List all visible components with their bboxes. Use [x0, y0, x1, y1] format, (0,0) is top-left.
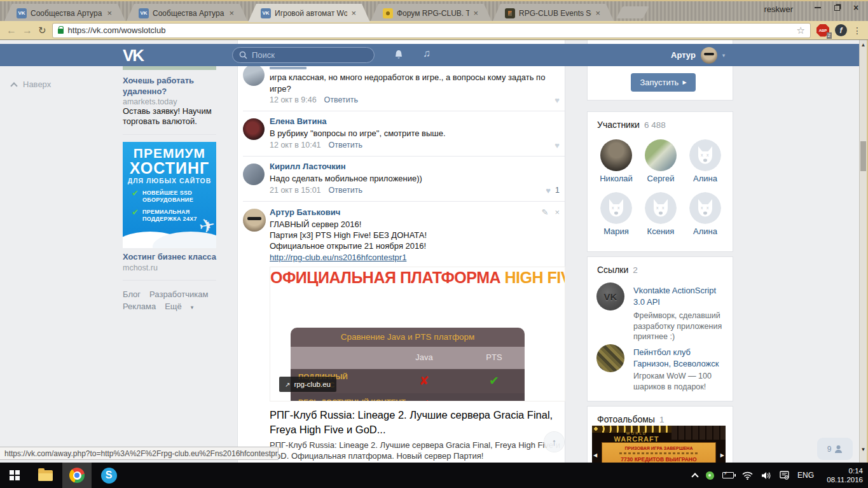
scroll-to-top-button[interactable]: ↑ — [544, 432, 564, 452]
footer-link-developers[interactable]: Разработчикам — [149, 289, 208, 299]
address-bar[interactable]: https://vk.com/wowslotclub ☆ — [52, 23, 811, 38]
post-attached-image[interactable]: ОФИЦИАЛЬНАЯ ПЛАТФОРМА HIGH FIVE Сравнени… — [270, 267, 565, 401]
tray-chevron-up-icon[interactable] — [691, 473, 698, 480]
extension-f-button[interactable]: f — [835, 24, 847, 36]
post-link[interactable]: http://rpg-club.eu/ns2016hfcontestpr1 — [270, 252, 553, 263]
links-title[interactable]: Ссылки2 — [597, 265, 638, 275]
music-icon[interactable]: ♫ — [423, 48, 431, 59]
clock[interactable]: 0:14 08.11.2016 — [822, 466, 863, 484]
browser-tab-1[interactable]: VK Сообщества Артура Бат × — [4, 4, 126, 22]
comment-author-avatar[interactable] — [243, 64, 265, 86]
member-avatar-placeholder[interactable]: xx — [645, 192, 677, 224]
browser-tab-3-active[interactable]: VK Игровой автомат World × — [248, 4, 370, 22]
member-name-link[interactable]: Алина — [683, 227, 727, 236]
link-preview-title[interactable]: РПГ-Клуб Russia: Lineage 2. Лучшие серве… — [270, 408, 563, 437]
hosting-ad-banner[interactable]: ПРЕМИУМ ХОСТИНГ ДЛЯ ЛЮБЫХ САЙТОВ ✔ НОВЕЙ… — [123, 142, 216, 248]
language-indicator[interactable]: ENG — [797, 471, 814, 480]
reply-link[interactable]: Ответить — [329, 141, 362, 150]
member-name-link[interactable]: Мария — [594, 227, 638, 236]
header-user-menu[interactable]: Артур ▾ — [671, 44, 725, 66]
carousel-right-icon[interactable]: ▶ — [720, 452, 724, 458]
window-close-button[interactable]: × — [848, 3, 864, 13]
browser-tab-5[interactable]: RPG-CLUB Events Screen × — [492, 4, 614, 22]
new-tab-button[interactable] — [616, 6, 649, 18]
notifications-bell-icon[interactable] — [394, 50, 404, 60]
album-thumbnail[interactable]: WORLD WARCRAFT ПРИЗОВАЯ ИГРА ЗАВЕРШЕНА 7… — [592, 426, 726, 463]
edit-pencil-icon[interactable]: ✎ — [542, 207, 549, 217]
albums-title[interactable]: Фотоальбомы1 — [597, 414, 664, 424]
forward-button[interactable]: → — [22, 25, 32, 36]
wifi-icon[interactable] — [742, 471, 753, 480]
antivirus-tray-icon[interactable] — [706, 471, 714, 480]
tab-close-icon[interactable]: × — [351, 9, 356, 17]
like-heart-icon[interactable]: ♥ — [555, 141, 560, 150]
bookmark-star-icon[interactable]: ☆ — [797, 25, 805, 36]
member-avatar-placeholder[interactable]: xx — [689, 192, 721, 224]
comment-date[interactable]: 21 окт в 15:01 — [270, 186, 321, 195]
tab-close-icon[interactable]: × — [595, 9, 600, 17]
source-domain-badge[interactable]: ↗ rpg-club.eu — [279, 377, 336, 392]
delete-x-icon[interactable]: × — [555, 207, 560, 217]
back-button[interactable]: ← — [6, 25, 17, 36]
action-center-icon[interactable] — [780, 471, 789, 480]
tab-close-icon[interactable]: × — [473, 9, 478, 17]
footer-link-ads[interactable]: Реклама — [123, 302, 156, 311]
search-box[interactable] — [232, 47, 375, 63]
comment-author-avatar[interactable] — [243, 164, 265, 185]
footer-link-more[interactable]: Ещё — [165, 302, 182, 311]
comment-date[interactable]: 12 окт в 9:46 — [270, 95, 317, 104]
footer-link-blog[interactable]: Блог — [123, 289, 141, 299]
tab-close-icon[interactable]: × — [107, 9, 112, 17]
comment-author-avatar[interactable] — [243, 118, 265, 140]
url-text[interactable]: https://vk.com/wowslotclub — [68, 25, 166, 35]
member-name-link[interactable]: Николай — [594, 174, 638, 183]
member-avatar[interactable] — [645, 139, 677, 171]
battery-icon[interactable] — [722, 472, 734, 478]
start-button[interactable] — [0, 463, 29, 488]
link-item-icon[interactable] — [596, 344, 624, 372]
browser-tab-2[interactable]: VK Сообщества Артура Бат × — [126, 4, 248, 22]
member-avatar-placeholder[interactable]: xx — [689, 139, 721, 171]
reload-button[interactable]: ↻ — [38, 25, 46, 35]
like-heart-icon[interactable]: ♥ — [555, 95, 560, 105]
carousel-left-icon[interactable]: ◀ — [593, 452, 597, 458]
link-item-title[interactable]: Пейнтбол клуб Гарнизон, Всеволожск — [633, 347, 729, 369]
vk-logo[interactable]: VK — [123, 46, 143, 66]
skype-taskbar-button[interactable]: S — [94, 463, 123, 488]
link-item-title[interactable]: Vkontakte ActionScript 3.0 API — [633, 285, 729, 307]
tab-close-icon[interactable]: × — [229, 9, 234, 17]
chrome-menu-button[interactable]: ⋮ — [853, 26, 862, 35]
chrome-taskbar-button-active[interactable] — [62, 463, 92, 488]
ad2-title-link[interactable]: Хостинг бизнес класса — [123, 252, 217, 261]
link-item-icon[interactable]: VK — [596, 282, 624, 310]
member-avatar-placeholder[interactable]: xx — [600, 192, 632, 224]
comment-date[interactable]: 12 окт в 10:41 — [270, 141, 321, 150]
back-to-top-link[interactable]: Наверх — [11, 80, 51, 89]
page-scrollbar[interactable]: ▲ ▼ — [859, 40, 867, 463]
scrollbar-up-arrow[interactable]: ▲ — [860, 42, 867, 48]
comment-author-link[interactable]: Кирилл Ласточкин — [270, 162, 346, 171]
reply-link[interactable]: Ответить — [329, 186, 362, 195]
scrollbar-down-arrow[interactable]: ▼ — [860, 447, 867, 452]
browser-profile-name[interactable]: reskwer — [764, 4, 793, 14]
file-explorer-button[interactable] — [31, 463, 60, 488]
speaker-icon[interactable] — [761, 471, 771, 480]
comment-author-link[interactable]: Елена Витина — [270, 116, 327, 126]
launch-app-button[interactable]: Запустить▶ — [631, 73, 696, 92]
post-author-link[interactable]: Артур Батькович — [270, 207, 340, 217]
member-name-link[interactable]: Алина — [683, 174, 727, 183]
window-minimize-button[interactable] — [809, 3, 826, 13]
ad1-title-link[interactable]: Хочешь работать удаленно? — [123, 75, 217, 97]
browser-tab-4[interactable]: Форум RPG-CLUB. Тема × — [370, 4, 492, 22]
photo-viewers-badge[interactable]: 9 — [817, 438, 853, 460]
member-name-link[interactable]: Сергей — [638, 174, 683, 183]
members-title[interactable]: Участники6 488 — [597, 120, 666, 130]
adblock-extension-button[interactable]: ABP 2 — [816, 24, 829, 37]
window-restore-button[interactable] — [829, 3, 845, 13]
member-avatar[interactable] — [600, 139, 632, 171]
search-input[interactable] — [252, 50, 354, 60]
member-name-link[interactable]: Ксения — [638, 227, 683, 236]
scrollbar-thumb[interactable] — [860, 141, 866, 171]
like-heart-icon[interactable]: ♥ — [546, 186, 551, 195]
reply-link[interactable]: Ответить — [324, 95, 358, 104]
